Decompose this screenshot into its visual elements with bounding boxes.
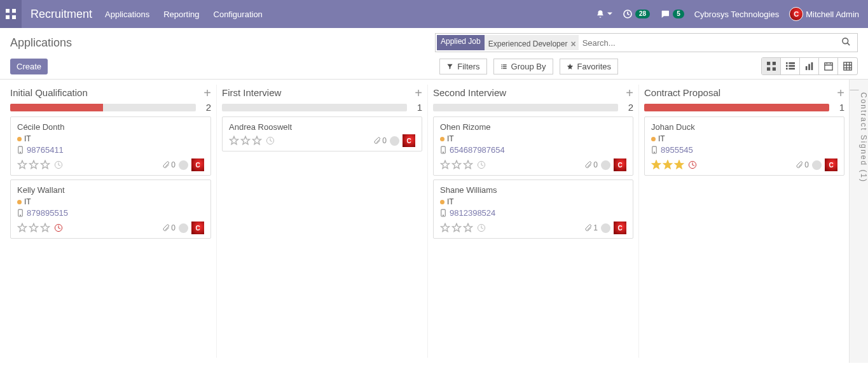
groupby-button[interactable]: Group By bbox=[493, 59, 553, 74]
assignee-avatar[interactable]: C bbox=[825, 158, 837, 171]
pivot-view-button[interactable] bbox=[838, 58, 857, 74]
kanban-card[interactable]: Kelly WallantIT879895515 0 C bbox=[10, 179, 211, 239]
facet-remove-icon[interactable]: × bbox=[570, 40, 575, 48]
menu-applications[interactable]: Applications bbox=[105, 10, 149, 19]
search-icon[interactable] bbox=[835, 37, 857, 48]
menu-reporting[interactable]: Reporting bbox=[163, 10, 199, 19]
filters-label: Filters bbox=[457, 62, 479, 71]
favorites-button[interactable]: Favorites bbox=[560, 59, 618, 74]
bell-icon bbox=[596, 10, 605, 18]
company-switcher[interactable]: Cybrosys Technologies bbox=[694, 10, 779, 19]
assignee-avatar[interactable]: C bbox=[614, 222, 626, 234]
tag-dot-icon bbox=[440, 200, 444, 204]
column-add-button[interactable]: + bbox=[415, 88, 422, 97]
assignee-avatar[interactable]: C bbox=[191, 222, 204, 234]
kanban-column: First Interview + 1Andrea Rooswelt 0 C bbox=[216, 85, 427, 358]
discuss-button[interactable]: 5 bbox=[660, 9, 684, 19]
priority-stars[interactable] bbox=[440, 223, 486, 233]
apps-grid-icon bbox=[6, 9, 16, 19]
column-progress-bar[interactable] bbox=[433, 104, 618, 111]
svg-rect-0 bbox=[6, 9, 10, 13]
svg-rect-12 bbox=[767, 62, 770, 65]
svg-rect-7 bbox=[502, 64, 506, 65]
search-facet[interactable]: Applied Job Experienced Developer × bbox=[437, 35, 579, 50]
activity-indicator[interactable] bbox=[390, 136, 399, 146]
assignee-avatar[interactable]: C bbox=[191, 158, 204, 171]
svg-line-31 bbox=[59, 165, 60, 165]
search-box[interactable]: Applied Job Experienced Developer × bbox=[435, 33, 858, 52]
column-count: 2 bbox=[202, 102, 211, 113]
kanban-card[interactable]: Johan DuckIT8955545 0 C bbox=[644, 116, 844, 176]
svg-rect-17 bbox=[789, 62, 795, 64]
card-phone: 9812398524 bbox=[440, 208, 626, 218]
list-view-button[interactable] bbox=[781, 58, 800, 74]
activity-button[interactable]: 28 bbox=[623, 9, 650, 19]
app-brand[interactable]: Recruitment bbox=[22, 8, 105, 21]
kanban-card[interactable]: Ohen RizomeIT654687987654 0 C bbox=[433, 116, 633, 176]
tag-dot-icon bbox=[17, 137, 22, 141]
column-progress-bar[interactable] bbox=[222, 104, 407, 111]
user-name: Mitchell Admin bbox=[806, 10, 859, 19]
attachment-count[interactable]: 0 bbox=[162, 223, 176, 232]
attachment-count[interactable]: 0 bbox=[584, 160, 598, 169]
calendar-view-button[interactable] bbox=[819, 58, 838, 74]
phone-link[interactable]: 879895515 bbox=[27, 208, 68, 218]
card-tag: IT bbox=[440, 197, 626, 206]
activity-indicator[interactable] bbox=[812, 160, 822, 170]
priority-stars[interactable] bbox=[17, 223, 63, 233]
phone-link[interactable]: 654687987654 bbox=[450, 145, 505, 155]
svg-point-41 bbox=[443, 152, 443, 153]
kanban-card[interactable]: Andrea Rooswelt 0 C bbox=[222, 116, 422, 151]
phone-link[interactable]: 9812398524 bbox=[450, 208, 495, 218]
search-input[interactable] bbox=[579, 34, 835, 51]
attachment-count[interactable]: 0 bbox=[796, 160, 809, 169]
tag-dot-icon bbox=[440, 137, 444, 141]
kanban-card[interactable]: Cécile DonthIT98765411 0 C bbox=[10, 116, 211, 176]
filters-button[interactable]: Filters bbox=[439, 59, 486, 74]
activity-indicator[interactable] bbox=[179, 223, 188, 233]
column-progress-bar[interactable] bbox=[10, 104, 196, 111]
card-name: Shane Williams bbox=[440, 185, 626, 195]
kanban-view-button[interactable] bbox=[762, 58, 781, 74]
attachment-count[interactable]: 1 bbox=[584, 223, 598, 232]
svg-rect-6 bbox=[501, 64, 502, 65]
activity-indicator[interactable] bbox=[601, 223, 610, 233]
phone-link[interactable]: 98765411 bbox=[27, 145, 64, 155]
chat-icon bbox=[660, 9, 670, 19]
svg-rect-15 bbox=[772, 67, 775, 71]
kanban-card[interactable]: Shane WilliamsIT9812398524 1 C bbox=[433, 179, 633, 239]
phone-link[interactable]: 8955545 bbox=[661, 145, 693, 155]
user-avatar-icon: C bbox=[789, 7, 803, 21]
card-phone: 8955545 bbox=[651, 145, 837, 155]
svg-line-36 bbox=[59, 228, 60, 229]
funnel-icon bbox=[446, 63, 453, 70]
create-button[interactable]: Create bbox=[10, 59, 48, 74]
assignee-avatar[interactable]: C bbox=[614, 158, 626, 171]
activity-indicator[interactable] bbox=[179, 160, 188, 170]
priority-stars[interactable] bbox=[651, 160, 697, 170]
collapsed-column[interactable]: — Contract Signed (1) bbox=[849, 80, 868, 363]
attachment-count[interactable]: 0 bbox=[373, 136, 387, 145]
assignee-avatar[interactable]: C bbox=[403, 134, 415, 147]
svg-rect-21 bbox=[789, 68, 795, 70]
column-add-button[interactable]: + bbox=[203, 88, 211, 97]
column-add-button[interactable]: + bbox=[626, 88, 633, 97]
column-add-button[interactable]: + bbox=[837, 88, 844, 97]
column-progress-bar[interactable] bbox=[644, 104, 829, 111]
priority-stars[interactable] bbox=[440, 160, 486, 170]
graph-view-button[interactable] bbox=[800, 58, 819, 74]
priority-stars[interactable] bbox=[229, 136, 275, 146]
card-name: Ohen Rizome bbox=[440, 122, 626, 132]
activity-indicator[interactable] bbox=[601, 160, 610, 170]
caret-down-icon bbox=[607, 11, 612, 17]
topbar: Recruitment Applications Reporting Confi… bbox=[0, 0, 868, 28]
kanban-column: Initial Qualification + 2Cécile DonthIT9… bbox=[5, 85, 216, 358]
priority-stars[interactable] bbox=[17, 160, 63, 170]
apps-launcher-button[interactable] bbox=[0, 0, 22, 28]
svg-rect-18 bbox=[786, 65, 788, 67]
notifications-button[interactable] bbox=[596, 10, 612, 18]
attachment-count[interactable]: 0 bbox=[162, 160, 176, 169]
user-menu[interactable]: C Mitchell Admin bbox=[789, 7, 859, 21]
svg-rect-13 bbox=[772, 62, 775, 65]
menu-configuration[interactable]: Configuration bbox=[214, 10, 263, 19]
